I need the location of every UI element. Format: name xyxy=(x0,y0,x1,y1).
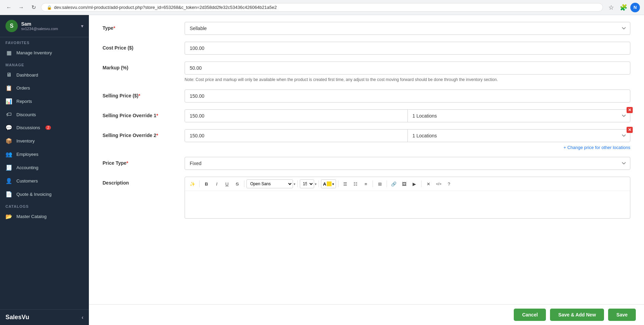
override2-remove-button[interactable]: ✕ xyxy=(627,127,633,133)
override1-inner: 1 Locations 2 Locations All Locations xyxy=(185,110,630,122)
rte-align-button[interactable]: ≡ xyxy=(361,179,371,189)
rte-font-select[interactable]: Open Sans Arial Times New Roman xyxy=(246,179,293,188)
favorites-section-header: FAVORITES xyxy=(0,37,89,46)
browser-chrome: ← → ↻ 🔒 dev.salesvu.com/ml-product/add-p… xyxy=(0,0,644,15)
type-field: Sellable Non-Sellable Service xyxy=(185,22,630,35)
sidebar-item-inventory[interactable]: 📦 Inventory xyxy=(0,134,89,148)
cost-price-input[interactable] xyxy=(185,42,630,55)
dashboard-icon: 🖥 xyxy=(5,72,12,78)
rte-underline-button[interactable]: U xyxy=(222,179,232,189)
rte-unordered-list-button[interactable]: ☰ xyxy=(340,179,350,189)
bookmark-button[interactable]: ☆ xyxy=(606,2,617,13)
price-type-label: Price Type* xyxy=(103,157,178,166)
save-add-new-button[interactable]: Save & Add New xyxy=(550,309,604,321)
markup-field: Note: Cost price and markup will only be… xyxy=(185,62,630,83)
rte-image-button[interactable]: 🖼 xyxy=(399,179,409,189)
manage-inventory-icon: ▦ xyxy=(5,50,12,56)
sidebar-item-label: Employees xyxy=(16,152,38,157)
sidebar-item-customers[interactable]: 👤 Customers xyxy=(0,174,89,188)
sidebar-item-employees[interactable]: 👥 Employees xyxy=(0,148,89,161)
sidebar-item-accounting[interactable]: 🧾 Accounting xyxy=(0,161,89,174)
rte-color-swatch xyxy=(327,181,332,186)
change-price-link[interactable]: + Change price for other locations xyxy=(185,145,630,150)
rte-bold-button[interactable]: B xyxy=(202,179,211,189)
description-row: Description ✨ B I U S Open Sans xyxy=(103,177,630,219)
save-button[interactable]: Save xyxy=(608,309,636,321)
address-bar[interactable]: 🔒 dev.salesvu.com/ml-product/add-product… xyxy=(41,3,603,12)
customers-icon: 👤 xyxy=(5,178,12,184)
sidebar-item-orders[interactable]: 📋 Orders xyxy=(0,81,89,95)
sidebar-item-discounts[interactable]: 🏷 Discounts xyxy=(0,108,89,121)
sidebar-item-label: Customers xyxy=(16,178,38,184)
browser-user-avatar[interactable]: N xyxy=(630,3,640,12)
sidebar-item-master-catalog[interactable]: 📂 Master Catalog xyxy=(0,210,89,223)
rte-sep-3 xyxy=(297,180,298,187)
markup-input[interactable] xyxy=(185,62,630,75)
extension-button[interactable]: 🧩 xyxy=(618,2,629,13)
manage-section-header: MANAGE xyxy=(0,59,89,68)
sidebar-item-manage-inventory[interactable]: ▦ Manage Inventory xyxy=(0,46,89,59)
rte-body[interactable] xyxy=(185,191,630,218)
sidebar-item-dashboard[interactable]: 🖥 Dashboard xyxy=(0,68,89,81)
orders-icon: 📋 xyxy=(5,85,12,91)
rte-color-button[interactable]: A ▾ xyxy=(321,179,336,188)
lock-icon: 🔒 xyxy=(47,5,52,10)
master-catalog-icon: 📂 xyxy=(5,213,12,220)
back-button[interactable]: ← xyxy=(4,3,14,12)
rte-clean-button[interactable]: ✕ xyxy=(424,179,433,189)
override1-field: ✕ 1 Locations 2 Locations All Locations xyxy=(185,109,630,122)
override2-location-select[interactable]: 1 Locations 2 Locations All Locations xyxy=(408,130,630,142)
sidebar-item-label: Quote & Invoicing xyxy=(16,192,52,197)
inventory-icon: 📦 xyxy=(5,138,12,144)
reload-button[interactable]: ↻ xyxy=(29,3,38,12)
rte-italic-button[interactable]: I xyxy=(212,179,222,189)
rte-link-button[interactable]: 🔗 xyxy=(389,179,399,189)
rte-size-select[interactable]: 15 12 18 24 xyxy=(300,179,314,188)
selling-price-field xyxy=(185,90,630,103)
url-text: dev.salesvu.com/ml-product/add-product.p… xyxy=(54,5,277,10)
discussions-icon: 💬 xyxy=(5,124,12,131)
rte-sep-4 xyxy=(319,180,319,187)
price-type-select[interactable]: Fixed Variable Open xyxy=(185,157,630,170)
employees-icon: 👥 xyxy=(5,151,12,158)
rte-strikethrough-button[interactable]: S xyxy=(232,179,242,189)
override1-row: Selling Price Override 1* ✕ 1 Locations … xyxy=(103,109,630,122)
price-type-field: Fixed Variable Open xyxy=(185,157,630,170)
override2-inner: 1 Locations 2 Locations All Locations xyxy=(185,130,630,142)
type-select[interactable]: Sellable Non-Sellable Service xyxy=(185,22,630,35)
reports-icon: 📊 xyxy=(5,98,12,105)
sidebar-item-reports[interactable]: 📊 Reports xyxy=(0,95,89,108)
sidebar-item-label: Inventory xyxy=(16,138,35,144)
sidebar-item-discussions[interactable]: 💬 Discussions 2 xyxy=(0,121,89,134)
cost-price-row: Cost Price ($) xyxy=(103,42,630,55)
selling-price-label: Selling Price ($)* xyxy=(103,90,178,98)
rte-font-arrow: ▾ xyxy=(294,182,295,186)
rte-toolbar: ✨ B I U S Open Sans Arial Times New Roma… xyxy=(185,177,630,191)
override1-price-input[interactable] xyxy=(185,110,408,122)
sidebar-item-quote-invoicing[interactable]: 📄 Quote & Invoicing xyxy=(0,188,89,201)
rte-ordered-list-button[interactable]: ☷ xyxy=(351,179,360,189)
forward-button[interactable]: → xyxy=(16,3,26,12)
override2-row: Selling Price Override 2* ✕ 1 Locations … xyxy=(103,129,630,150)
main-content: Type* Sellable Non-Sellable Service Cost… xyxy=(89,15,644,325)
rte-sep-2 xyxy=(244,180,244,187)
sidebar-collapse-chevron[interactable]: ‹ xyxy=(82,314,83,321)
type-row: Type* Sellable Non-Sellable Service xyxy=(103,22,630,35)
override2-price-input[interactable] xyxy=(185,130,408,142)
catalogs-section-header: CATALOGS xyxy=(0,201,89,210)
rte-magic-button[interactable]: ✨ xyxy=(188,179,197,189)
cancel-button[interactable]: Cancel xyxy=(514,309,546,321)
rte-table-button[interactable]: ⊞ xyxy=(375,179,385,189)
sidebar-user[interactable]: S Sam sv1234@salesvu.com ▾ xyxy=(0,15,89,37)
user-menu-chevron[interactable]: ▾ xyxy=(81,23,83,29)
rte-code-button[interactable]: </> xyxy=(434,179,443,189)
override1-label: Selling Price Override 1* xyxy=(103,109,178,118)
selling-price-row: Selling Price ($)* xyxy=(103,90,630,103)
selling-price-input[interactable] xyxy=(185,90,630,103)
override2-label: Selling Price Override 2* xyxy=(103,129,178,138)
override1-location-select[interactable]: 1 Locations 2 Locations All Locations xyxy=(408,110,630,122)
rte-media-button[interactable]: ▶ xyxy=(410,179,419,189)
rte-help-button[interactable]: ? xyxy=(444,179,454,189)
rich-text-editor: ✨ B I U S Open Sans Arial Times New Roma… xyxy=(185,177,630,219)
override1-remove-button[interactable]: ✕ xyxy=(627,107,633,113)
